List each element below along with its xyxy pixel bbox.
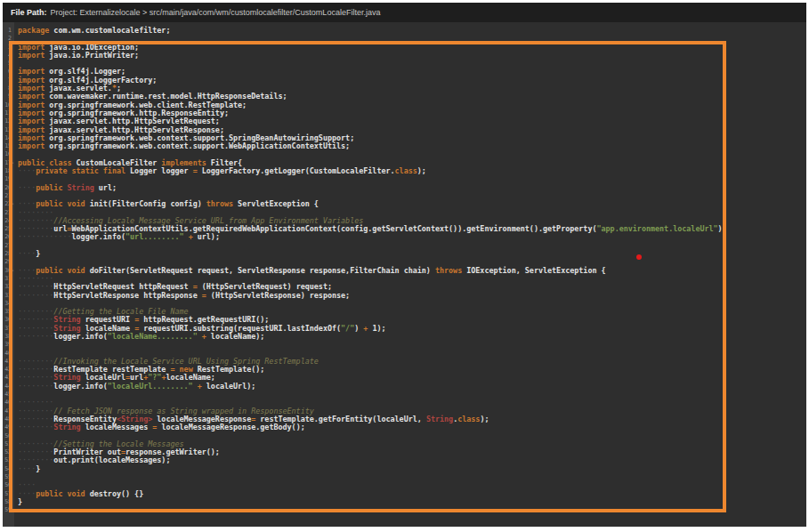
line-number[interactable]: 4 xyxy=(3,52,14,60)
line-number[interactable]: 32 xyxy=(3,283,14,291)
code-line[interactable]: 26············logger.info("url........" … xyxy=(3,233,806,241)
code-text[interactable]: } xyxy=(14,498,22,506)
line-number[interactable]: 24 xyxy=(3,217,14,225)
fold-marker-icon[interactable]: - xyxy=(11,159,14,167)
line-number[interactable]: 37 xyxy=(3,325,14,333)
fold-marker-icon[interactable]: - xyxy=(11,267,14,275)
code-line[interactable]: 30-····public void doFilter(ServletReque… xyxy=(3,267,806,275)
code-line[interactable]: 19 xyxy=(3,175,806,183)
line-number[interactable]: 35 xyxy=(3,308,14,316)
code-line[interactable]: 59 xyxy=(3,506,806,514)
line-number[interactable]: 39 xyxy=(3,341,14,349)
line-number[interactable]: 48 xyxy=(3,415,14,423)
line-number[interactable]: 46 xyxy=(3,399,14,407)
code-text[interactable]: ········String localeMessages = localeMe… xyxy=(14,423,305,431)
line-number[interactable]: 27 xyxy=(3,242,14,250)
line-number[interactable]: 33 xyxy=(3,292,14,300)
code-text[interactable]: ····public String url; xyxy=(14,184,117,192)
line-number[interactable]: 58 xyxy=(3,498,14,506)
code-line[interactable]: 54····} xyxy=(3,465,806,473)
code-text[interactable]: ········HttpServletResponse httpResponse… xyxy=(14,292,350,300)
line-number[interactable]: 40 xyxy=(3,350,14,358)
line-number[interactable]: 2 xyxy=(3,35,14,43)
code-text[interactable]: import java.io.PrintWriter; xyxy=(14,52,139,60)
code-line[interactable]: 18····private static final Logger logger… xyxy=(3,167,806,175)
line-number[interactable]: 51 xyxy=(3,440,14,448)
code-text[interactable]: ····public void init(FilterConfig config… xyxy=(14,200,319,208)
line-number[interactable]: 7 xyxy=(3,77,14,85)
line-number[interactable]: 12 xyxy=(3,117,14,125)
code-line[interactable]: 15import org.springframework.web.context… xyxy=(3,142,806,150)
code-line[interactable]: 57····public void destroy() {} xyxy=(3,490,806,498)
code-line[interactable]: 28····} xyxy=(3,250,806,258)
line-number[interactable]: 22- xyxy=(3,200,14,208)
code-text[interactable]: ····} xyxy=(14,465,40,473)
code-line[interactable]: 20····public String url; xyxy=(3,184,806,192)
code-line[interactable]: 53········out.print(localeMessages); xyxy=(3,456,806,464)
code-line[interactable]: 33········HttpServletResponse httpRespon… xyxy=(3,292,806,300)
code-line[interactable]: 22-····public void init(FilterConfig con… xyxy=(3,200,806,208)
code-text[interactable]: ····private static final Logger logger =… xyxy=(14,167,426,175)
code-text[interactable]: ············logger.info("url........" + … xyxy=(14,233,220,241)
line-number[interactable]: 26 xyxy=(3,233,14,241)
line-number[interactable]: 21 xyxy=(3,192,14,200)
line-number[interactable]: 45 xyxy=(3,391,14,399)
line-number[interactable]: 54 xyxy=(3,465,14,473)
line-number[interactable]: 15 xyxy=(3,142,14,150)
line-number[interactable]: 50 xyxy=(3,432,14,440)
code-text[interactable]: ····public void destroy() {} xyxy=(14,490,143,498)
code-line[interactable]: 39 xyxy=(3,341,806,349)
code-text[interactable]: ········logger.info("localeName........"… xyxy=(14,333,264,341)
code-line[interactable]: 38········logger.info("localeName.......… xyxy=(3,333,806,341)
line-number[interactable]: 28 xyxy=(3,250,14,258)
line-number[interactable]: 38 xyxy=(3,333,14,341)
code-text[interactable]: ····public void doFilter(ServletRequest … xyxy=(14,267,606,275)
line-number[interactable]: 14 xyxy=(3,134,14,142)
line-number[interactable]: 42 xyxy=(3,366,14,374)
line-number[interactable]: 1 xyxy=(3,27,14,35)
code-line[interactable]: 7import org.slf4j.LoggerFactory; xyxy=(3,77,806,85)
line-number[interactable]: 41 xyxy=(3,358,14,366)
code-line[interactable]: 58} xyxy=(3,498,806,506)
line-number[interactable]: 56 xyxy=(3,481,14,489)
line-number[interactable]: 16 xyxy=(3,150,14,158)
line-number[interactable]: 19 xyxy=(3,175,14,183)
code-line[interactable]: 55 xyxy=(3,473,806,481)
line-number[interactable]: 18 xyxy=(3,167,14,175)
code-text[interactable]: ····} xyxy=(14,250,40,258)
line-number[interactable]: 53 xyxy=(3,456,14,464)
line-number[interactable]: 29 xyxy=(3,258,14,266)
line-number[interactable]: 30- xyxy=(3,267,14,275)
line-number[interactable]: 31 xyxy=(3,275,14,283)
code-text[interactable] xyxy=(14,506,18,514)
fold-marker-icon[interactable]: - xyxy=(11,200,14,208)
line-number[interactable]: 11 xyxy=(3,109,14,117)
line-number[interactable]: 49 xyxy=(3,423,14,431)
line-number[interactable]: 5 xyxy=(3,60,14,68)
line-number[interactable]: 34 xyxy=(3,300,14,308)
line-number[interactable]: 36 xyxy=(3,316,14,324)
code-line[interactable]: 4import java.io.PrintWriter; xyxy=(3,52,806,60)
line-number[interactable]: 13 xyxy=(3,126,14,134)
line-number[interactable]: 3 xyxy=(3,44,14,52)
code-line[interactable]: 45 xyxy=(3,391,806,399)
line-number[interactable]: 8 xyxy=(3,85,14,93)
code-line[interactable]: 49········String localeMessages = locale… xyxy=(3,423,806,431)
line-number[interactable]: 9 xyxy=(3,93,14,101)
line-number[interactable]: 23 xyxy=(3,209,14,217)
line-number[interactable]: 52 xyxy=(3,448,14,456)
code-text[interactable]: package com.wm.customlocalefilter; xyxy=(14,27,170,35)
code-line[interactable]: 27 xyxy=(3,242,806,250)
line-number[interactable]: 43 xyxy=(3,374,14,382)
code-text[interactable] xyxy=(14,341,18,349)
line-number[interactable]: 6 xyxy=(3,68,14,76)
line-number[interactable]: 59 xyxy=(3,506,14,514)
line-number[interactable]: 55 xyxy=(3,473,14,481)
code-line[interactable]: 44········logger.info("localeUrl........… xyxy=(3,383,806,391)
line-number[interactable]: 44 xyxy=(3,383,14,391)
line-number[interactable]: 25 xyxy=(3,225,14,233)
code-line[interactable]: 1package com.wm.customlocalefilter; xyxy=(3,27,806,35)
line-number[interactable]: 20 xyxy=(3,184,14,192)
line-number[interactable]: 17- xyxy=(3,159,14,167)
line-number[interactable]: 57 xyxy=(3,490,14,498)
